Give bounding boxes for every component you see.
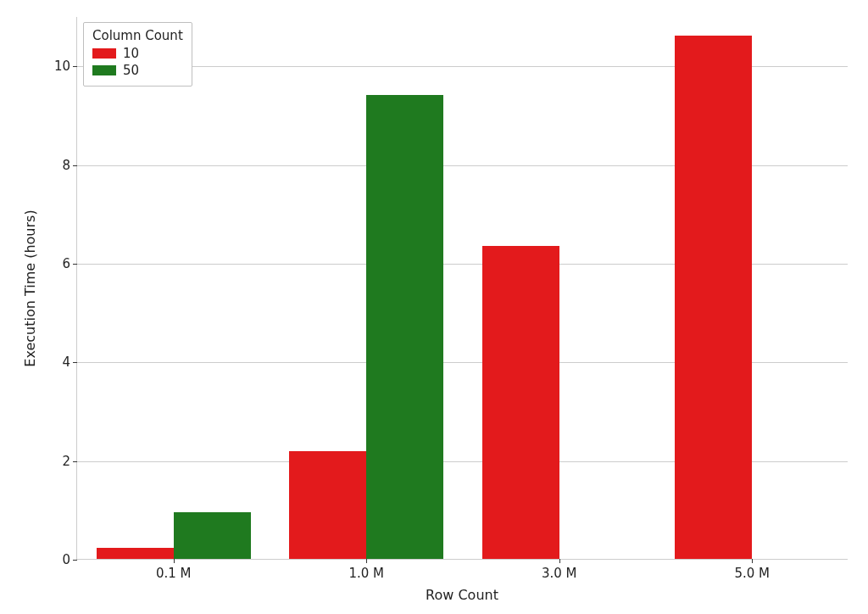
bar [97, 548, 174, 559]
y-tick-label: 2 [62, 454, 77, 469]
y-tick-label: 10 [54, 59, 77, 74]
bar [174, 512, 251, 559]
legend-swatch [92, 48, 116, 59]
legend: Column Count 1050 [83, 22, 192, 87]
bar [366, 95, 443, 559]
x-axis-label: Row Count [426, 587, 498, 603]
bar [675, 36, 752, 559]
x-tick-label: 1.0 M [348, 559, 384, 581]
legend-title: Column Count [92, 28, 183, 43]
plot-area: 02468100.1 M1.0 M3.0 M5.0 M [76, 17, 848, 560]
y-tick-label: 0 [62, 552, 77, 567]
legend-swatch [92, 65, 116, 75]
y-axis-label: Execution Time (hours) [22, 209, 38, 366]
bar [482, 246, 559, 559]
x-tick-label: 0.1 M [156, 559, 192, 581]
legend-label: 50 [123, 62, 139, 79]
y-tick-label: 6 [62, 256, 77, 271]
x-tick-label: 3.0 M [542, 559, 577, 581]
legend-label: 10 [123, 45, 139, 62]
chart-container: 02468100.1 M1.0 M3.0 M5.0 M Execution Ti… [0, 0, 868, 614]
bar [289, 451, 366, 559]
x-tick-label: 5.0 M [734, 559, 770, 581]
y-tick-label: 8 [62, 158, 77, 173]
legend-item: 10 [92, 45, 183, 62]
y-tick-label: 4 [62, 354, 77, 370]
legend-item: 50 [92, 62, 183, 79]
